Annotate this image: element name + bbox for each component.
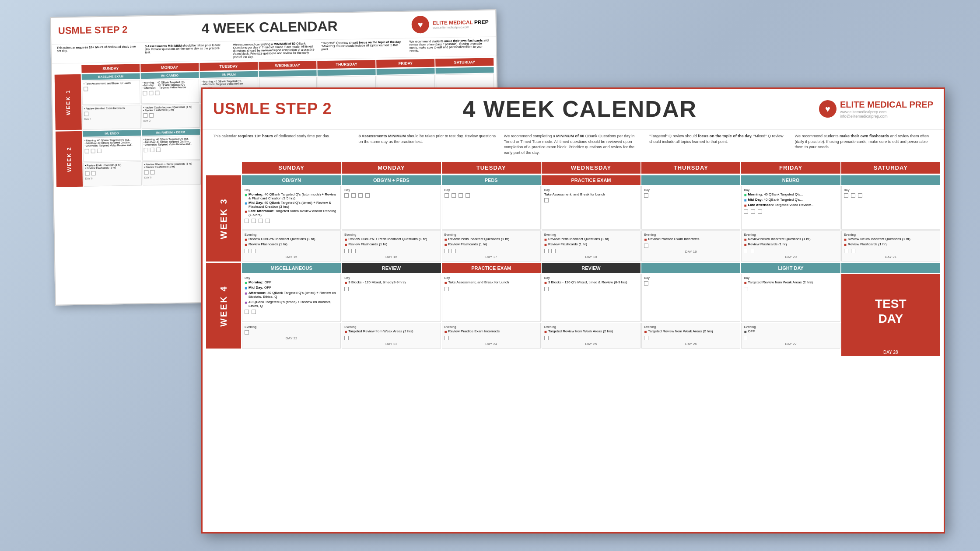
front-header: USMLE STEP 2 4 WEEK CALENDAR ♥ ELITE MED… (203, 89, 944, 130)
back-w2-topic-mon: IM: RHEUM + DERM (142, 129, 200, 136)
back-w1-day-sun: • Take Assessment, and Break for Lunch (82, 80, 140, 105)
w3-eve-sat: Evening ■Review Neuro Incorrect Question… (841, 230, 940, 262)
w4-day-fri: Day ■Targeted Review from Weak Areas (2 … (741, 274, 840, 322)
back-w2-day-sun: • Morning: 40 QBank Targeted Q's (tut.. … (83, 136, 141, 161)
w4-test-day: TESTDAY (841, 274, 940, 349)
day23-num (342, 349, 441, 356)
w3-day-mon: Day (342, 186, 441, 230)
back-w1-topic-wed (259, 70, 317, 77)
back-w2-eve-mon: • Review Rheum + Derm Incorrects (1 hr) … (142, 160, 201, 185)
w4-eve-mon: Evening ■Targeted Review from Weak Areas… (342, 323, 441, 349)
w3-topic-fri: NEURO (741, 175, 840, 185)
back-logo-text: ELITE MEDICAL PREP www.elitemedicalprep.… (433, 19, 489, 29)
front-header-spacer (206, 162, 241, 174)
back-w2-day-mon: • Morning: 40 QBank Targeted Q's (tut.. … (142, 136, 200, 160)
w4-day-wed: Day ■3 Blocks - 120 Q's Mixed, timed & R… (542, 274, 640, 322)
w4-day-tue: Day ■Take Assessment, and Break for Lunc… (442, 274, 541, 322)
w4-topic-tue: PRACTICE EXAM (442, 263, 541, 273)
front-weeks: WEEK 3 OB/GYN OBGYN + PEDS PEDS PRACTICE… (203, 175, 944, 359)
w4-eve-sun: Evening DAY 22 (242, 323, 341, 349)
back-w1-day-mon: • Morning: 40 QBank Targeted Q's • Mid-d… (141, 79, 200, 104)
front-usmle-label: USMLE STEP 2 (213, 100, 332, 118)
w3-topic-thu (641, 175, 740, 185)
w3-eve-tue: Evening ■Review Peds Incorrect Questions… (442, 230, 541, 262)
front-day-mon: MONDAY (342, 162, 441, 174)
back-w1-eve-sun: • Review Baseline Exam Incorrects DAY 1 (82, 105, 141, 129)
w3-eve-fri: Evening ■Review Neuro Incorrect Question… (741, 230, 840, 262)
back-day-sat: SATURDAY (435, 58, 494, 66)
w4-day-thu: Day (641, 274, 740, 322)
back-w1-topic-sat (436, 67, 494, 73)
day24-num (442, 349, 541, 356)
test-day-label: TESTDAY (875, 296, 906, 326)
w3-day-wed: Day Take Assessment, and Break for Lunch (542, 186, 640, 230)
back-day-sun: SUNDAY (81, 64, 140, 73)
back-info-4: "Targeted" Q review should focus on the … (321, 40, 402, 57)
front-logo-icon: ♥ (819, 100, 836, 118)
w4-eve-thu: Evening ■Targeted Review from Weak Areas… (641, 323, 740, 349)
front-day-wed: WEDNESDAY (542, 162, 640, 174)
day28-row: DAY 28 (206, 349, 940, 356)
back-w1-eve-mon: • Review Cardio Incorrect Questions (1 h… (141, 104, 200, 129)
back-day-tue: TUESDAY (200, 62, 258, 71)
w3-eve-thu: Evening ■Review Practice Exam Incorrects… (641, 230, 740, 262)
front-info-5: We recommend students make their own fla… (795, 133, 933, 155)
w4-topic-thu (641, 263, 740, 273)
front-info-2: 3 Assessments MINIMUM should be taken pr… (358, 133, 497, 155)
w3-day-fri: Day ■Morning: 40 QBank Targeted Q's... ■… (741, 186, 840, 230)
back-w2-eve-sun: • Review Endo Incorrects (1 hr) • Review… (83, 161, 142, 186)
w4-day-mon: Day ■3 Blocks - 120 Mixed, timed (8-9 hr… (342, 274, 441, 322)
front-day-sun: SUNDAY (242, 162, 341, 174)
back-spacer (54, 65, 80, 73)
w3-eve-sun: Evening ■Review OB/GYN Incorrect Questio… (242, 230, 341, 262)
week4-grid: WEEK 4 MISCELLANEOUS REVIEW PRACTICE EXA… (206, 263, 940, 349)
front-logo-email: info@elitemedicalprep.com (840, 114, 933, 119)
front-logo-url: www.elitemedicalprep.com (840, 110, 933, 114)
back-usmle-title: USMLE STEP 2 (58, 24, 128, 37)
day28-label: DAY 28 (841, 349, 940, 356)
back-w1-topic-tue: IM: PULM (200, 71, 258, 78)
front-calendar: USMLE STEP 2 4 WEEK CALENDAR ♥ ELITE MED… (201, 87, 945, 534)
back-info-5: We recommend students make their own fla… (410, 38, 491, 55)
week4-label: WEEK 4 (206, 263, 241, 349)
w3-day-sat: Day (841, 186, 940, 230)
back-info-1: This calendar requires 10+ hours of dedi… (56, 45, 138, 61)
back-w1-topic-fri (377, 68, 435, 75)
day25-num (542, 349, 640, 356)
back-4week-title: 4 WEEK CALENDAR (127, 17, 412, 38)
w3-eve-mon: Evening ■Review OB/GYN + Peds Incorrect … (342, 230, 441, 262)
w3-topic-tue: PEDS (442, 175, 541, 185)
front-logo-area: ♥ ELITE MEDICAL PREP www.elitemedicalpre… (819, 100, 933, 119)
back-logo: ♥ ELITE MEDICAL PREP www.elitemedicalpre… (412, 14, 489, 33)
w4-topic-wed: REVIEW (542, 263, 640, 273)
w3-day-tue: Day (442, 186, 541, 230)
w4-topic-fri: LIGHT DAY (741, 263, 840, 273)
front-logo-medical: MEDICAL PREP (867, 100, 933, 109)
back-day-thu: THURSDAY (318, 60, 376, 69)
w3-eve-wed: Evening ■Review Peds Incorrect Questions… (542, 230, 640, 262)
front-info-row: This calendar requires 10+ hours of dedi… (203, 130, 944, 159)
w4-eve-tue: Evening ■Review Practice Exam Incorrects… (442, 323, 541, 349)
week3-label: WEEK 3 (206, 175, 241, 262)
back-logo-icon: ♥ (412, 16, 430, 34)
back-day-mon: MONDAY (140, 63, 199, 72)
front-info-4: "Targeted" Q review should focus on the … (649, 133, 788, 155)
front-logo-text-block: ELITE MEDICAL PREP www.elitemedicalprep.… (840, 100, 933, 119)
back-week1-label: WEEK 1 (55, 74, 82, 130)
w4-topic-mon: REVIEW (342, 263, 441, 273)
w3-topic-sat (841, 175, 940, 185)
front-4week-label: 4 WEEK CALENDAR (340, 96, 819, 122)
back-w2-topic-sun: IM: ENDO (83, 130, 141, 136)
w4-topic-sun: MISCELLANEOUS (242, 263, 341, 273)
day26-num (641, 349, 740, 356)
w4-topic-sat (841, 263, 940, 273)
w4-eve-wed: Evening ■Targeted Review from Weak Areas… (542, 323, 640, 349)
front-logo-elite: ELITE (840, 100, 865, 109)
front-info-1: This calendar requires 10+ hours of dedi… (213, 133, 351, 155)
front-day-sat: SATURDAY (841, 162, 940, 174)
front-logo-row: ♥ ELITE MEDICAL PREP www.elitemedicalpre… (819, 100, 933, 119)
w3-day-thu: Day (641, 186, 740, 230)
back-day-fri: FRIDAY (376, 59, 434, 68)
w3-day-sun: Day ■Morning: 40 QBank Targeted Q's (tut… (242, 186, 341, 230)
front-day-headers: SUNDAY MONDAY TUESDAY WEDNESDAY THURSDAY… (203, 162, 944, 174)
